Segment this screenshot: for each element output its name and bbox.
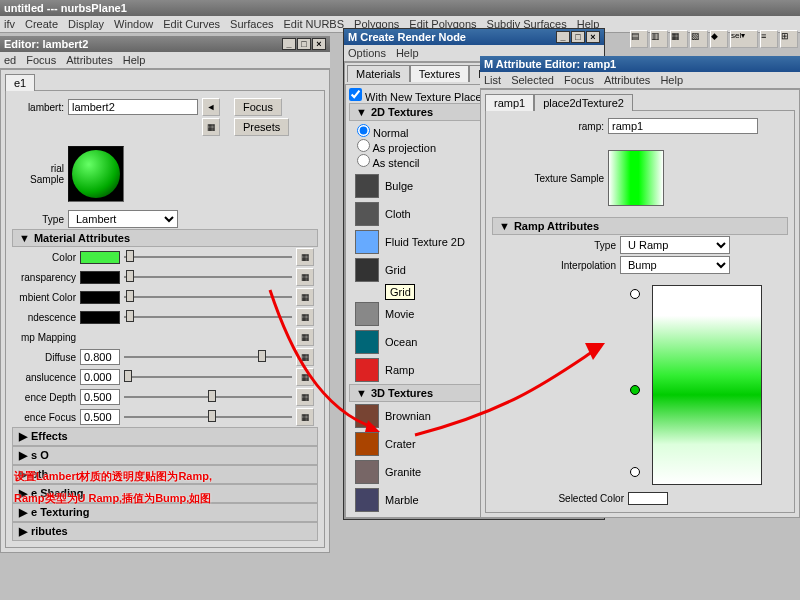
menu-item[interactable]: Attributes: [66, 54, 112, 66]
3d-textures-hdr[interactable]: 3D Textures: [371, 387, 433, 399]
close-icon[interactable]: ×: [586, 31, 600, 43]
slider[interactable]: [124, 396, 292, 398]
section-header[interactable]: ▶ributes: [12, 522, 318, 541]
value-field[interactable]: [80, 349, 120, 365]
toolbar-icon[interactable]: ▧: [690, 30, 708, 48]
toolbar-icon[interactable]: ≡: [760, 30, 778, 48]
slider[interactable]: [124, 316, 292, 318]
slider[interactable]: [124, 416, 292, 418]
ae-menu: ListSelectedFocusAttributesHelp: [480, 72, 800, 89]
menu-item[interactable]: Focus: [26, 54, 56, 66]
ramp-handle-white[interactable]: [630, 289, 640, 299]
app-icon: M: [348, 31, 357, 43]
menu-item[interactable]: Selected: [511, 74, 554, 86]
menu-item[interactable]: List: [484, 74, 501, 86]
radio-normal[interactable]: Normal: [357, 127, 409, 139]
main-title: untitled --- nurbsPlane1: [4, 2, 127, 14]
slider[interactable]: [124, 376, 292, 378]
map-button[interactable]: ▦: [296, 368, 314, 386]
sphere-preview: [72, 150, 120, 198]
value-field[interactable]: [80, 369, 120, 385]
map-button[interactable]: ▦: [296, 268, 314, 286]
menu-item[interactable]: Surfaces: [230, 18, 273, 30]
material-attributes-hdr[interactable]: ▼Material Attributes: [12, 229, 318, 247]
menu-item[interactable]: Edit Curves: [163, 18, 220, 30]
value-field[interactable]: [80, 409, 120, 425]
ramp-field[interactable]: [608, 118, 758, 134]
menu-item[interactable]: Create: [25, 18, 58, 30]
menu-item[interactable]: Help: [123, 54, 146, 66]
selected-color-swatch[interactable]: [628, 492, 668, 505]
map-button[interactable]: ▦: [296, 288, 314, 306]
sample-label: rial Sample: [16, 163, 64, 185]
menu-item[interactable]: ifv: [4, 18, 15, 30]
color-swatch[interactable]: [80, 271, 120, 284]
lambert-field[interactable]: [68, 99, 198, 115]
tab-place2d[interactable]: place2dTexture2: [534, 94, 633, 111]
map-button[interactable]: ▦: [296, 328, 314, 346]
tab-materials[interactable]: Materials: [347, 65, 410, 82]
map-button[interactable]: ▦: [296, 388, 314, 406]
menu-item[interactable]: Display: [68, 18, 104, 30]
menu-item[interactable]: ed: [4, 54, 16, 66]
close-icon[interactable]: ×: [312, 38, 326, 50]
ae-titlebar[interactable]: M Attribute Editor: ramp1: [480, 56, 800, 72]
ramp-handle-white2[interactable]: [630, 467, 640, 477]
slider[interactable]: [124, 256, 292, 258]
slider[interactable]: [124, 356, 292, 358]
color-swatch[interactable]: [80, 251, 120, 264]
top-toolbar: ▤ ▥ ▦ ▧ ◆ sel▾ ≡ ⊞: [630, 30, 798, 48]
editor-menu: edFocusAttributesHelp: [0, 52, 330, 69]
slider[interactable]: [124, 296, 292, 298]
map-button[interactable]: ▦: [296, 308, 314, 326]
map-button[interactable]: ▦: [296, 248, 314, 266]
minimize-icon[interactable]: _: [282, 38, 296, 50]
menu-item[interactable]: Window: [114, 18, 153, 30]
map-button[interactable]: ▦: [296, 348, 314, 366]
focus-button[interactable]: Focus: [234, 98, 282, 116]
2d-textures-hdr[interactable]: 2D Textures: [371, 106, 433, 118]
ramp-type-dropdown[interactable]: U Ramp: [620, 236, 730, 254]
tab-ramp1[interactable]: ramp1: [485, 94, 534, 111]
interpolation-dropdown[interactable]: Bump: [620, 256, 730, 274]
maximize-icon[interactable]: □: [571, 31, 585, 43]
presets-button[interactable]: Presets: [234, 118, 289, 136]
ramp-attr-hdr[interactable]: Ramp Attributes: [514, 220, 599, 232]
texture-sample: [608, 150, 664, 206]
ramp-gradient-editor[interactable]: [652, 285, 762, 485]
menu-item[interactable]: Attributes: [604, 74, 650, 86]
crn-titlebar[interactable]: M Create Render Node _ □ ×: [344, 29, 604, 45]
editor-titlebar: Editor: lambert2 _ □ ×: [0, 36, 330, 52]
toolbar-icon[interactable]: ◆: [710, 30, 728, 48]
menu-item[interactable]: Help: [660, 74, 683, 86]
slider[interactable]: [124, 276, 292, 278]
maximize-icon[interactable]: □: [297, 38, 311, 50]
radio-projection[interactable]: As projection: [357, 142, 436, 154]
color-swatch[interactable]: [80, 291, 120, 304]
type-dropdown[interactable]: Lambert: [68, 210, 178, 228]
attribute-editor-ramp: M Attribute Editor: ramp1 ListSelectedFo…: [480, 56, 800, 518]
minimize-icon[interactable]: _: [556, 31, 570, 43]
menu-item[interactable]: Help: [396, 47, 419, 59]
color-swatch[interactable]: [80, 311, 120, 324]
toolbar-sel[interactable]: sel▾: [730, 30, 758, 48]
nav-back-icon[interactable]: ◄: [202, 98, 220, 116]
app-icon: M: [484, 58, 493, 70]
tab-e1[interactable]: e1: [5, 74, 35, 91]
tab-textures[interactable]: Textures: [410, 65, 470, 82]
menu-item[interactable]: Focus: [564, 74, 594, 86]
annotation-text: 设置Lambert材质的透明度贴图为Ramp,Ramp类型为U Ramp,插值为…: [14, 465, 212, 509]
menu-item[interactable]: Edit NURBS: [284, 18, 345, 30]
toolbar-icon[interactable]: ▦: [670, 30, 688, 48]
toolbar-icon[interactable]: ▥: [650, 30, 668, 48]
toolbar-icon[interactable]: ▤: [630, 30, 648, 48]
value-field[interactable]: [80, 389, 120, 405]
section-header[interactable]: ▶Effects: [12, 427, 318, 446]
menu-item[interactable]: Options: [348, 47, 386, 59]
map-button[interactable]: ▦: [296, 408, 314, 426]
toolbar-icon[interactable]: ⊞: [780, 30, 798, 48]
ramp-handle-green[interactable]: [630, 385, 640, 395]
radio-stencil[interactable]: As stencil: [357, 157, 420, 169]
show-icon[interactable]: ▦: [202, 118, 220, 136]
section-header[interactable]: ▶s O: [12, 446, 318, 465]
